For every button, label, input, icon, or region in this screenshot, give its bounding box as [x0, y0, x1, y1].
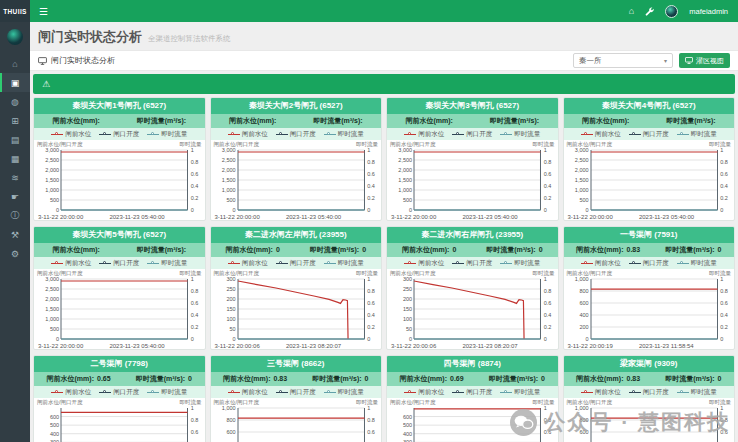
legend-marker: [629, 131, 641, 137]
legend-item-闸前水位[interactable]: 闸前水位: [581, 388, 621, 397]
menu-toggle-icon[interactable]: ☰: [30, 6, 57, 17]
station-select[interactable]: 秦一所 ▾: [573, 53, 673, 68]
legend-item-即时流量[interactable]: 即时流量: [324, 259, 364, 268]
user-avatar[interactable]: [665, 5, 678, 18]
y-axis-tick: 400: [579, 312, 588, 318]
right-axis-tick: 0.8: [720, 288, 728, 294]
legend-item-闸前水位[interactable]: 闸前水位: [404, 388, 444, 397]
legend-label: 闸口开度: [643, 388, 669, 397]
legend-marker: [581, 260, 593, 266]
plot-area: 1,000800600400200010.80.60.40.20: [238, 408, 365, 442]
y-axis-tick: 400: [50, 431, 59, 437]
legend-marker: [452, 131, 464, 137]
legend-marker: [276, 260, 288, 266]
gate-card-readings: 闸前水位(mm):即时流量(m³/s):: [34, 114, 205, 128]
legend-item-闸口开度[interactable]: 闸口开度: [276, 388, 316, 397]
legend-item-闸前水位[interactable]: 闸前水位: [404, 130, 444, 139]
legend-item-闸口开度[interactable]: 闸口开度: [99, 130, 139, 139]
sidebar-item-tools[interactable]: ⚒: [0, 225, 30, 244]
y-axis-tick: 500: [403, 197, 412, 203]
gate-card-title: 四号渠闸 (8874): [387, 356, 558, 372]
y-axis-tick: 200: [579, 324, 588, 330]
legend-item-闸口开度[interactable]: 闸口开度: [99, 388, 139, 397]
sidebar-item-network[interactable]: ◍: [0, 92, 30, 111]
legend-item-即时流量[interactable]: 即时流量: [677, 388, 717, 397]
legend-item-即时流量[interactable]: 即时流量: [500, 259, 540, 268]
y-axis-tick: 600: [50, 414, 59, 420]
right-axis-tick: 0.6: [544, 171, 552, 177]
right-axis-tick: 0.8: [191, 159, 199, 165]
y-axis-tick: 500: [50, 422, 59, 428]
sidebar-item-monitor[interactable]: ▤: [0, 130, 30, 149]
legend-item-闸口开度[interactable]: 闸口开度: [276, 259, 316, 268]
legend-item-即时流量[interactable]: 即时流量: [147, 130, 187, 139]
legend-item-即时流量[interactable]: 即时流量: [677, 259, 717, 268]
legend-item-即时流量[interactable]: 即时流量: [500, 130, 540, 139]
flow-value: 0: [718, 246, 722, 253]
x-axis-end-label: 2023-11-23 08:20:07: [286, 343, 341, 349]
legend-item-闸前水位[interactable]: 闸前水位: [228, 130, 268, 139]
y-axis-tick: 2,000: [575, 167, 589, 173]
legend-item-闸口开度[interactable]: 闸口开度: [452, 388, 492, 397]
legend-item-闸前水位[interactable]: 闸前水位: [581, 130, 621, 139]
sidebar-logo-avatar[interactable]: [7, 29, 23, 45]
gate-card: 四号渠闸 (8874)闸前水位(mm):0.69即时流量(m³/s):0闸前水位…: [386, 355, 559, 442]
right-axis-tick: 0.8: [720, 159, 728, 165]
legend-item-闸口开度[interactable]: 闸口开度: [276, 130, 316, 139]
legend-item-闸口开度[interactable]: 闸口开度: [629, 130, 669, 139]
legend-item-即时流量[interactable]: 即时流量: [324, 130, 364, 139]
legend-item-即时流量[interactable]: 即时流量: [147, 259, 187, 268]
legend-item-即时流量[interactable]: 即时流量: [677, 130, 717, 139]
legend-label: 即时流量: [691, 130, 717, 139]
legend-item-闸口开度[interactable]: 闸口开度: [99, 259, 139, 268]
legend-item-闸前水位[interactable]: 闸前水位: [51, 388, 91, 397]
y-axis-tick: 1,500: [222, 177, 236, 183]
gate-chart: 闸前水位/闸口开度即时流量3,0002,5002,0001,5001,00050…: [37, 141, 202, 220]
water-value: 0.83: [273, 375, 287, 382]
legend-item-闸前水位[interactable]: 闸前水位: [581, 259, 621, 268]
legend-item-即时流量[interactable]: 即时流量: [500, 388, 540, 397]
gate-chart: 闸前水位/闸口开度即时流量30025020015010050010.80.60.…: [390, 270, 555, 349]
sidebar-item-pointer[interactable]: ☛: [0, 187, 30, 206]
legend-item-闸前水位[interactable]: 闸前水位: [228, 259, 268, 268]
legend-item-闸口开度[interactable]: 闸口开度: [629, 259, 669, 268]
right-axis-tick: 0.6: [191, 171, 199, 177]
gate-card-readings: 闸前水位(mm):即时流量(m³/s):: [387, 114, 558, 128]
gate-card-title: 梁家渠闸 (9309): [564, 356, 735, 372]
home-icon[interactable]: ⌂: [629, 7, 634, 16]
flow-value: 0: [718, 375, 722, 382]
wrench-icon[interactable]: [645, 7, 654, 16]
sidebar-item-media[interactable]: ▦: [0, 149, 30, 168]
y-axis-tick: 1,500: [398, 177, 412, 183]
plot-area: 600500400300200100010.80.60.40.20: [414, 408, 541, 442]
water-level-label: 闸前水位(mm):0.83: [223, 374, 287, 384]
right-axis-tick: 0.6: [544, 300, 552, 306]
legend-item-闸口开度[interactable]: 闸口开度: [452, 130, 492, 139]
gate-card-title: 秦坝关大闸1号闸孔 (6527): [34, 98, 205, 114]
y-axis-tick: 600: [226, 429, 235, 435]
legend-item-闸前水位[interactable]: 闸前水位: [51, 259, 91, 268]
sidebar-item-gate-analysis[interactable]: ▣: [0, 73, 30, 92]
district-view-button[interactable]: 灌区视图: [679, 53, 730, 68]
left-axis-title: 闸前水位/闸口开度: [214, 141, 260, 148]
chart-legend: 闸前水位闸口开度即时流量: [211, 257, 382, 269]
legend-item-即时流量[interactable]: 即时流量: [324, 388, 364, 397]
legend-item-即时流量[interactable]: 即时流量: [147, 388, 187, 397]
sidebar-item-wifi[interactable]: ≋: [0, 168, 30, 187]
sidebar-item-info[interactable]: ⓘ: [0, 206, 30, 225]
sidebar-item-settings[interactable]: ⚙: [0, 244, 30, 263]
legend-item-闸前水位[interactable]: 闸前水位: [51, 130, 91, 139]
legend-marker: [677, 260, 689, 266]
legend-item-闸口开度[interactable]: 闸口开度: [452, 259, 492, 268]
y-axis-tick: 1,000: [45, 187, 59, 193]
y-axis-tick: 150: [226, 306, 235, 312]
legend-item-闸前水位[interactable]: 闸前水位: [228, 388, 268, 397]
legend-marker: [629, 260, 641, 266]
sidebar-item-home[interactable]: ⌂: [0, 54, 30, 73]
sidebar-item-apps[interactable]: ⊞: [0, 111, 30, 130]
legend-item-闸口开度[interactable]: 闸口开度: [629, 388, 669, 397]
legend-item-闸前水位[interactable]: 闸前水位: [404, 259, 444, 268]
legend-marker: [581, 131, 593, 137]
flow-label: 即时流量(m³/s):0: [665, 245, 721, 255]
flow-label: 即时流量(m³/s):: [666, 116, 715, 126]
